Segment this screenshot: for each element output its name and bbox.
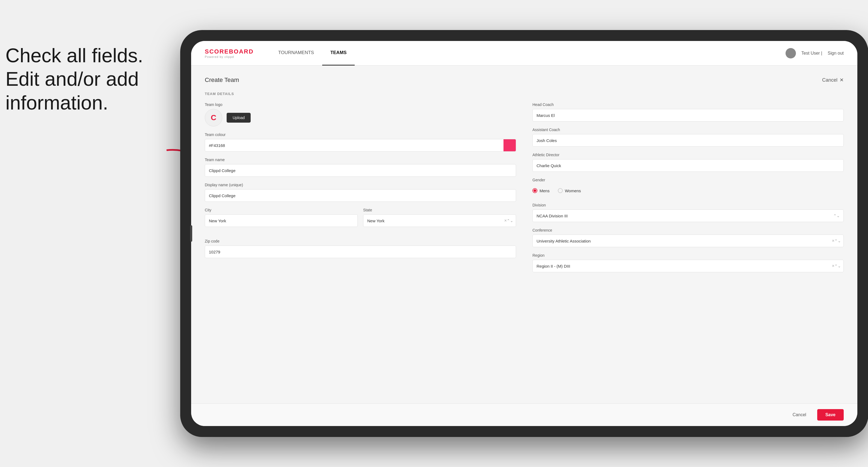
annotation-line2: Edit and/or add xyxy=(5,68,139,90)
gender-mens-radio[interactable]: Mens xyxy=(532,188,550,193)
annotation-line1: Check all fields. xyxy=(5,44,143,66)
gender-womens-radio[interactable]: Womens xyxy=(558,188,581,193)
team-name-input[interactable] xyxy=(205,164,516,177)
team-logo-field: Team logo C Upload xyxy=(205,102,516,126)
upload-button[interactable]: Upload xyxy=(227,113,251,123)
state-clear-icon[interactable]: × xyxy=(504,218,507,223)
logo-subtitle: Powered by clippd xyxy=(205,55,254,58)
conference-select-wrapper: × ⌃⌄ xyxy=(532,235,844,247)
team-name-label: Team name xyxy=(205,158,516,162)
division-field: Division ⌃⌄ xyxy=(532,203,844,222)
conference-field: Conference × ⌃⌄ xyxy=(532,228,844,247)
city-label: City xyxy=(205,208,358,212)
left-column: Team logo C Upload Team colour xyxy=(205,102,516,278)
head-coach-input[interactable] xyxy=(532,109,844,122)
region-select-wrapper: × ⌃⌄ xyxy=(532,260,844,272)
city-field: City xyxy=(205,208,358,227)
city-state-row: City State × ⌃⌄ xyxy=(205,208,516,233)
mens-radio-dot xyxy=(532,188,537,193)
main-content: Create Team Cancel ✕ TEAM DETAILS Team l… xyxy=(191,66,857,403)
form-footer: Cancel Save xyxy=(191,403,857,426)
cancel-x-button[interactable]: Cancel ✕ xyxy=(822,77,844,83)
annotation-left: Check all fields. Edit and/or add inform… xyxy=(5,44,175,115)
athletic-director-field: Athletic Director xyxy=(532,153,844,172)
assistant-coach-input[interactable] xyxy=(532,134,844,147)
logo-preview: C xyxy=(205,109,222,126)
display-name-field: Display name (unique) xyxy=(205,183,516,202)
state-input[interactable] xyxy=(363,214,516,227)
footer-save-button[interactable]: Save xyxy=(817,409,844,421)
state-select-wrapper: × ⌃⌄ xyxy=(363,214,516,227)
nav-tournaments[interactable]: TOURNAMENTS xyxy=(270,41,322,66)
region-input[interactable] xyxy=(532,260,844,272)
logo-upload-area: C Upload xyxy=(205,109,516,126)
division-label: Division xyxy=(532,203,844,207)
nav-right: Test User | Sign out xyxy=(785,48,844,58)
state-field: State × ⌃⌄ xyxy=(363,208,516,227)
division-input[interactable] xyxy=(532,210,844,222)
conference-input[interactable] xyxy=(532,235,844,247)
region-clear-icon[interactable]: × xyxy=(832,263,834,269)
nav-links: TOURNAMENTS TEAMS xyxy=(270,41,785,66)
region-label: Region xyxy=(532,253,844,257)
close-icon: ✕ xyxy=(840,77,844,83)
app-logo: SCOREBOARD xyxy=(205,48,254,55)
footer-cancel-button[interactable]: Cancel xyxy=(787,410,812,420)
athletic-director-input[interactable] xyxy=(532,159,844,172)
team-colour-field: Team colour xyxy=(205,132,516,152)
womens-label: Womens xyxy=(565,188,581,193)
state-label: State xyxy=(363,208,516,212)
division-select-wrapper: ⌃⌄ xyxy=(532,210,844,222)
conference-label: Conference xyxy=(532,228,844,232)
right-column: Head Coach Assistant Coach Athletic Dire… xyxy=(532,102,844,278)
tablet-screen: SCOREBOARD Powered by clippd TOURNAMENTS… xyxy=(191,41,857,426)
color-field-wrapper xyxy=(205,139,516,152)
section-label: TEAM DETAILS xyxy=(205,92,844,96)
gender-field: Gender Mens Womens xyxy=(532,178,844,197)
page-title: Create Team xyxy=(205,76,239,84)
nav-teams[interactable]: TEAMS xyxy=(322,41,355,66)
navbar: SCOREBOARD Powered by clippd TOURNAMENTS… xyxy=(191,41,857,66)
assistant-coach-label: Assistant Coach xyxy=(532,128,844,132)
team-colour-label: Team colour xyxy=(205,132,516,137)
head-coach-label: Head Coach xyxy=(532,102,844,107)
zip-label: Zip code xyxy=(205,239,516,243)
womens-radio-dot xyxy=(558,188,563,193)
nav-user: Test User | xyxy=(801,51,822,56)
logo-area: SCOREBOARD Powered by clippd xyxy=(205,48,254,58)
form-two-col: Team logo C Upload Team colour xyxy=(205,102,844,278)
head-coach-field: Head Coach xyxy=(532,102,844,122)
athletic-director-label: Athletic Director xyxy=(532,153,844,157)
color-swatch[interactable] xyxy=(503,139,516,152)
tablet-side-button xyxy=(190,225,192,242)
city-input[interactable] xyxy=(205,214,358,227)
gender-label: Gender xyxy=(532,178,844,182)
page-header: Create Team Cancel ✕ xyxy=(205,76,844,84)
annotation-line3: information. xyxy=(5,92,108,114)
region-field: Region × ⌃⌄ xyxy=(532,253,844,272)
sign-out-link[interactable]: Sign out xyxy=(828,51,844,56)
gender-radio-group: Mens Womens xyxy=(532,184,844,197)
mens-label: Mens xyxy=(539,188,550,193)
team-logo-label: Team logo xyxy=(205,102,516,107)
avatar xyxy=(785,48,796,58)
team-name-field: Team name xyxy=(205,158,516,177)
conference-clear-icon[interactable]: × xyxy=(832,239,834,243)
display-name-input[interactable] xyxy=(205,189,516,202)
zip-field: Zip code xyxy=(205,239,516,258)
team-colour-input[interactable] xyxy=(205,139,503,152)
zip-input[interactable] xyxy=(205,246,516,258)
display-name-label: Display name (unique) xyxy=(205,183,516,187)
assistant-coach-field: Assistant Coach xyxy=(532,128,844,147)
tablet-device: SCOREBOARD Powered by clippd TOURNAMENTS… xyxy=(180,30,868,437)
